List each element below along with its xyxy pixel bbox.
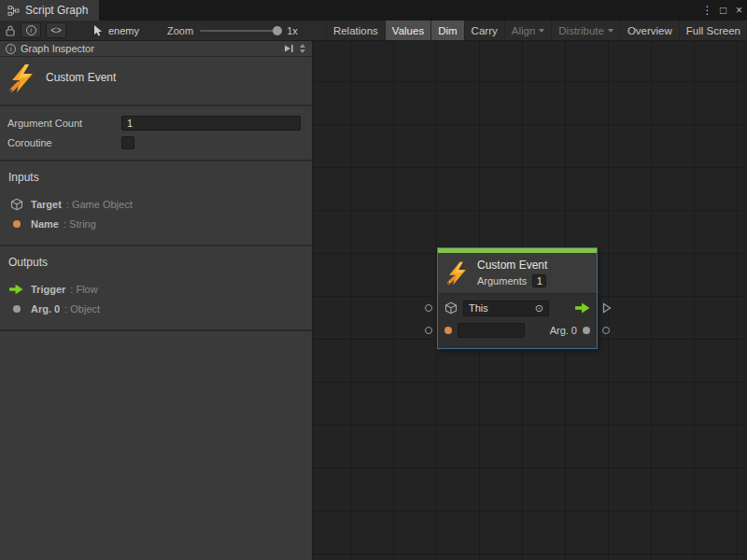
graph-canvas[interactable]: Custom Event Arguments 1 This ⊙ [313,41,747,560]
outputs-section: Outputs Trigger : Flow Arg. 0 : Object [0,246,312,331]
name-input-port[interactable] [425,327,432,334]
arg0-output-port[interactable] [602,327,610,334]
toolbar-button-values[interactable]: Values [385,21,430,40]
toolbar-button-overview[interactable]: Overview [620,21,679,40]
port-name: Trigger [31,284,65,295]
tab-script-graph[interactable]: Script Graph [0,0,99,21]
graph-breadcrumb[interactable]: enemy [92,24,139,37]
maximize-icon: □ [720,4,726,17]
arg0-output-label: Arg. 0 [550,325,577,336]
inspected-unit-header: Custom Event [0,57,312,106]
tab-label: Script Graph [25,4,88,17]
inspector-header: i Graph Inspector [0,41,312,57]
button-label: Distribute [558,25,604,36]
coroutine-row: Coroutine [7,133,301,152]
button-label: Relations [333,25,378,36]
zoom-control: Zoom 1x [167,25,298,36]
input-row-target: Target : Game Object [7,194,304,214]
unit-settings: Argument Count Coroutine [0,106,312,161]
custom-event-bolt-icon [7,63,37,93]
node-arguments-row: Arguments 1 [477,274,547,287]
custom-event-bolt-icon [445,261,470,286]
argument-count-row: Argument Count [7,113,301,133]
button-label: Align [512,25,536,36]
toolbar-button-align[interactable]: Align [504,21,552,40]
input-row-name: Name : String [7,214,304,233]
button-label: Full Screen [686,25,740,36]
inspector-title: Graph Inspector [21,43,283,54]
target-input-port[interactable] [425,304,432,312]
zoom-slider[interactable] [200,30,280,32]
close-icon: × [736,4,742,17]
toolbar-button-carry[interactable]: Carry [464,21,504,40]
node-title: Custom Event [477,259,547,272]
zoom-value: 1x [287,25,298,36]
output-row-arg0: Arg. 0 : Object [7,299,304,318]
chevron-down-icon [539,29,544,33]
name-input-field[interactable] [458,323,525,338]
port-type: : Game Object [66,199,133,210]
coroutine-label: Coroutine [7,137,121,148]
menu-icon: ⋮ [702,4,713,17]
toolbar-button-relations[interactable]: Relations [326,21,385,40]
scroll-down-icon [300,49,305,53]
main-content: i Graph Inspector Custom Event Argument … [0,41,747,560]
button-label: Carry [472,25,498,36]
inspected-unit-title: Custom Event [46,71,116,84]
scroll-up-icon [300,44,305,48]
code-view-button[interactable]: <> [46,22,66,38]
inputs-section: Inputs Target : Game Object Name : Strin… [0,161,312,246]
port-type: : Object [64,303,100,315]
game-object-cube-icon [444,301,458,315]
port-name: Arg. 0 [31,303,60,315]
toolbar-button-group: Relations Values Dim Carry Align Distrib… [326,21,747,40]
button-label: Overview [627,25,672,36]
object-output-dot-icon [583,327,590,334]
toolbar-button-fullscreen[interactable]: Full Screen [679,21,747,40]
code-icon: <> [50,25,62,35]
string-dot-icon [9,220,23,228]
zoom-label: Zoom [167,25,193,36]
zoom-slider-handle[interactable] [273,26,282,35]
game-object-cube-icon [9,198,23,211]
cursor-icon [92,24,104,37]
node-header[interactable]: Custom Event Arguments 1 [438,253,597,294]
graph-toolbar: i <> enemy Zoom 1x Relations Values Dim [0,21,747,41]
window-menu-button[interactable]: ⋮ [699,0,715,21]
toolbar-button-dim[interactable]: Dim [430,21,463,40]
inspector-empty-area [0,331,312,560]
target-dropdown[interactable]: This ⊙ [463,301,549,316]
window-close-button[interactable]: × [731,0,747,21]
object-dot-icon [9,305,23,313]
node-row-arg0: Arg. 0 [444,319,590,342]
output-row-trigger: Trigger : Flow [7,279,304,299]
panel-scroll-arrows[interactable] [300,44,305,53]
custom-event-node[interactable]: Custom Event Arguments 1 This ⊙ [438,248,597,348]
arguments-count-field[interactable]: 1 [532,274,546,287]
coroutine-checkbox[interactable] [121,136,134,149]
node-body: This ⊙ Arg. 0 [438,294,597,348]
unity-window: Script Graph ⋮ □ × i <> enemy Zoom [0,0,747,560]
string-input-dot-icon [444,327,452,334]
info-icon: i [26,25,36,35]
dock-panel-icon[interactable] [283,43,294,54]
node-titles: Custom Event Arguments 1 [477,259,547,287]
flow-arrow-icon [9,284,23,295]
port-type: : Flow [70,284,97,295]
argument-count-label: Argument Count [7,118,121,129]
inputs-title: Inputs [8,171,304,184]
target-picker-icon[interactable]: ⊙ [535,303,543,314]
lock-button[interactable] [5,24,16,37]
port-name: Name [31,218,59,230]
info-icon: i [6,44,16,54]
graph-name: enemy [108,25,139,36]
argument-count-input[interactable] [121,116,301,131]
window-maximize-button[interactable]: □ [715,0,731,21]
port-type: : String [63,218,96,230]
toolbar-button-distribute[interactable]: Distribute [551,21,620,40]
outputs-title: Outputs [8,256,304,269]
button-label: Values [392,25,424,36]
flow-output-arrow-icon [575,302,590,314]
inspector-toggle-button[interactable]: i [21,22,41,38]
trigger-output-port[interactable] [602,302,612,314]
